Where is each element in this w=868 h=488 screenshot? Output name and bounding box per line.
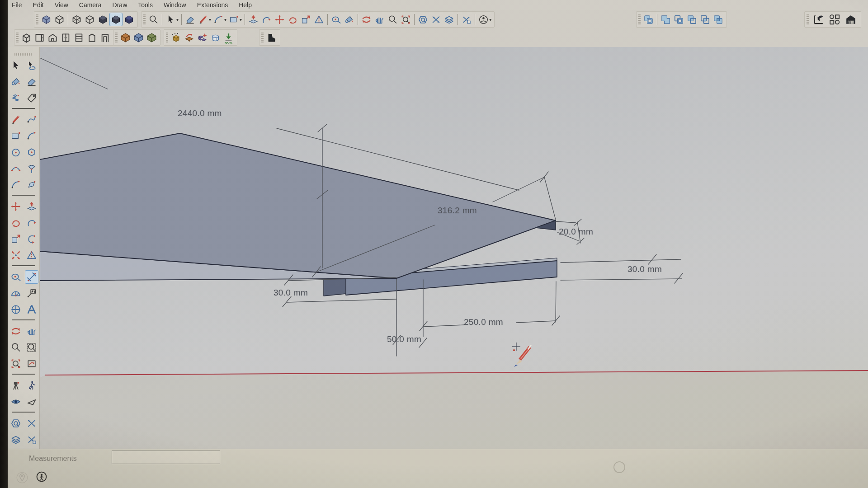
rectangle-tool-icon[interactable] [9,129,23,143]
zoom-window-tool-icon[interactable] [25,341,38,354]
look-around-tool-icon[interactable] [9,395,23,408]
dimension-label-tip[interactable]: 20.0 mm [559,227,593,237]
components-tool-icon[interactable] [9,91,23,105]
pie-tool-icon[interactable] [25,162,38,175]
section-plane-tool-icon[interactable] [416,13,429,26]
section-display-tool-icon[interactable] [460,13,473,26]
cylinder-part-icon[interactable] [209,31,222,44]
outer-shell-tool-icon[interactable] [642,13,655,26]
menu-file[interactable]: File [12,1,22,9]
pan-tool-icon[interactable] [373,13,386,26]
view-preset-1-icon[interactable] [20,31,33,44]
drawing-canvas[interactable]: 2440.0 mm 316.2 mm 20.0 mm 30.0 mm 30.0 … [40,47,868,449]
tape-measure-tool-icon[interactable] [9,270,23,284]
components-grid-icon[interactable] [826,13,843,26]
move-tool-icon[interactable] [273,13,286,26]
view-preset-4-icon[interactable] [59,31,72,44]
section-display-tool-icon[interactable] [25,433,38,446]
polygon-tool-icon[interactable] [25,145,38,159]
measurements-input[interactable] [112,450,220,464]
style-xray-icon[interactable] [40,13,53,26]
style-shaded-icon[interactable] [96,13,109,26]
follow-me-tool-icon[interactable] [260,13,273,26]
component-cube-orange-icon[interactable] [119,31,132,44]
style-wireframe-icon[interactable] [70,13,83,26]
section-cut-tool-icon[interactable] [429,13,443,26]
arc-tool-icon[interactable] [9,162,23,175]
rotated-rectangle-tool-icon[interactable] [25,178,38,192]
section-cut-tool-icon[interactable] [25,417,38,430]
protractor-tool-icon[interactable] [9,286,23,300]
person-scale-icon[interactable] [36,471,47,483]
text-tool-icon[interactable] [25,286,38,300]
model-axes-icon[interactable] [810,13,826,26]
lasso-select-tool-icon[interactable] [25,59,38,72]
tape-measure-tool-icon[interactable] [330,13,343,26]
scale-tool-icon[interactable] [299,13,312,26]
arc-tool-icon[interactable] [212,13,225,26]
svg-export-icon[interactable]: SVG [222,31,235,44]
rotate-tool-icon[interactable] [286,13,299,26]
style-monochrome-icon[interactable] [123,13,136,26]
menu-edit[interactable]: Edit [33,1,44,9]
freehand-tool-icon[interactable] [25,113,38,127]
zoom-extents-tool-icon[interactable] [399,13,412,26]
follow-me-tool-icon[interactable] [25,216,38,230]
dark-part-icon[interactable] [265,31,278,44]
menu-camera[interactable]: Camera [79,1,102,9]
view-preset-6-icon[interactable] [85,31,99,44]
board-top-face[interactable] [40,133,556,278]
position-camera-tool-icon[interactable] [9,379,23,392]
rectangle-tool-icon[interactable] [227,13,241,26]
menu-draw[interactable]: Draw [113,1,127,9]
dimension-label-left[interactable]: 30.0 mm [274,288,308,298]
view-preset-3-icon[interactable] [46,31,59,44]
style-shaded-textures-icon[interactable] [109,13,123,26]
solid-union-tool-icon[interactable] [659,13,672,26]
paint-bucket-tool-icon[interactable] [9,75,23,89]
section-fill-tool-icon[interactable] [9,433,23,446]
move-tool-icon[interactable] [9,200,23,213]
rotate-tool-icon[interactable] [9,216,23,230]
view-preset-5-icon[interactable] [72,31,85,44]
add-part-icon[interactable] [196,31,209,44]
style-hidden-line-icon[interactable] [83,13,96,26]
solid-trim-tool-icon[interactable] [685,13,698,26]
offset-tool-icon[interactable] [25,232,38,246]
view-preset-2-icon[interactable] [33,31,46,44]
flip-along-tool-icon[interactable] [25,249,38,262]
section-fill-tool-icon[interactable] [443,13,456,26]
add-location-tool-icon[interactable] [477,13,490,26]
tag-tool-icon[interactable] [25,91,38,105]
circle-tool-icon[interactable] [9,145,23,159]
menu-tools[interactable]: Tools [138,1,153,9]
zoom-tool-icon[interactable] [9,341,23,354]
menu-help[interactable]: Help [239,1,252,9]
dimension-label-length[interactable]: 2440.0 mm [178,108,222,118]
push-pull-tool-icon[interactable] [25,200,38,213]
select-tool-icon[interactable] [9,59,23,72]
style-back-edges-icon[interactable] [53,13,66,26]
menu-window[interactable]: Window [164,1,186,9]
zoom-extents-tool-icon[interactable] [9,357,23,371]
zoom-tool-icon[interactable] [147,13,160,26]
stretch-tool-icon[interactable] [9,249,23,262]
component-cube-green-icon[interactable] [145,31,158,44]
eraser-tool-icon[interactable] [25,75,38,89]
scale-tool-icon[interactable] [9,232,23,246]
menu-view[interactable]: View [55,1,68,9]
solid-subtract-tool-icon[interactable] [672,13,685,26]
select-tool-icon[interactable] [164,13,177,26]
warehouse-icon[interactable] [843,13,859,26]
two-point-arc-tool-icon[interactable] [25,129,38,143]
dimension-label-step[interactable]: 50.0 mm [387,334,421,344]
threed-text-tool-icon[interactable] [25,303,38,316]
walk-tool-icon[interactable] [25,379,38,392]
board-model[interactable] [40,133,557,296]
view-preset-7-icon[interactable] [99,31,112,44]
rotate-part-icon[interactable] [183,31,196,44]
line-tool-icon[interactable] [9,113,23,127]
dimension-tool-icon[interactable] [25,270,38,284]
dimension-label-scarf[interactable]: 316.2 mm [438,206,477,216]
previous-view-tool-icon[interactable] [25,357,38,371]
